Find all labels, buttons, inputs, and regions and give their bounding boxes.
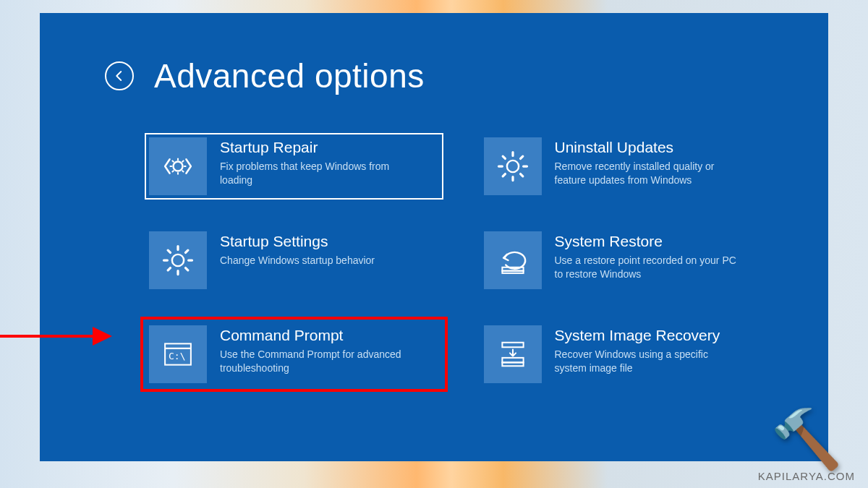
gear-icon [484,137,542,195]
option-startup-settings[interactable]: Startup Settings Change Windows startup … [145,227,443,294]
header-row: Advanced options [105,56,778,95]
option-title: Startup Settings [220,233,375,250]
option-desc: Change Windows startup behavior [220,254,375,267]
option-uninstall-updates[interactable]: Uninstall Updates Remove recently instal… [480,133,778,200]
option-desc: Recover Windows using a specific system … [555,348,743,375]
arrow-annotation-icon [0,318,116,354]
hammer-icon: 🔨 [770,411,843,468]
gear-icon [149,231,207,289]
option-desc: Fix problems that keep Windows from load… [220,160,408,187]
option-text: System Image Recovery Recover Windows us… [555,325,743,375]
restore-icon [484,231,542,289]
option-title: Command Prompt [220,327,408,344]
advanced-options-panel: Advanced options Startup Repair Fix prob… [40,13,828,461]
svg-text:C:\: C:\ [169,351,185,361]
watermark: 🔨 KAPILARYA.COM [758,411,855,482]
startup-repair-icon [149,137,207,195]
back-arrow-icon [113,69,126,82]
svg-point-1 [506,160,518,172]
option-startup-repair[interactable]: Startup Repair Fix problems that keep Wi… [145,133,443,200]
option-command-prompt[interactable]: C:\ Command Prompt Use the Command Promp… [145,321,443,388]
image-recovery-icon [484,325,542,383]
svg-marker-12 [93,327,112,346]
svg-point-2 [172,254,184,266]
svg-point-0 [174,162,183,171]
option-text: Command Prompt Use the Command Prompt fo… [220,325,408,375]
option-text: Uninstall Updates Remove recently instal… [555,137,743,187]
page-title: Advanced options [154,56,425,95]
option-text: Startup Settings Change Windows startup … [220,231,375,267]
option-title: Startup Repair [220,139,408,156]
svg-rect-4 [502,271,523,273]
option-system-restore[interactable]: System Restore Use a restore point recor… [480,227,778,294]
option-title: System Image Recovery [555,327,743,344]
back-button[interactable] [105,61,134,90]
option-desc: Use the Command Prompt for advanced trou… [220,348,408,375]
option-text: System Restore Use a restore point recor… [555,231,743,281]
options-grid: Startup Repair Fix problems that keep Wi… [105,133,778,388]
option-desc: Remove recently installed quality or fea… [555,160,743,187]
watermark-text: KAPILARYA.COM [758,470,855,482]
option-title: Uninstall Updates [555,139,743,156]
option-title: System Restore [555,233,743,250]
option-text: Startup Repair Fix problems that keep Wi… [220,137,408,187]
option-system-image-recovery[interactable]: System Image Recovery Recover Windows us… [480,321,778,388]
svg-rect-10 [502,362,523,366]
option-desc: Use a restore point recorded on your PC … [555,254,743,281]
command-prompt-icon: C:\ [149,325,207,383]
svg-rect-8 [502,343,523,348]
